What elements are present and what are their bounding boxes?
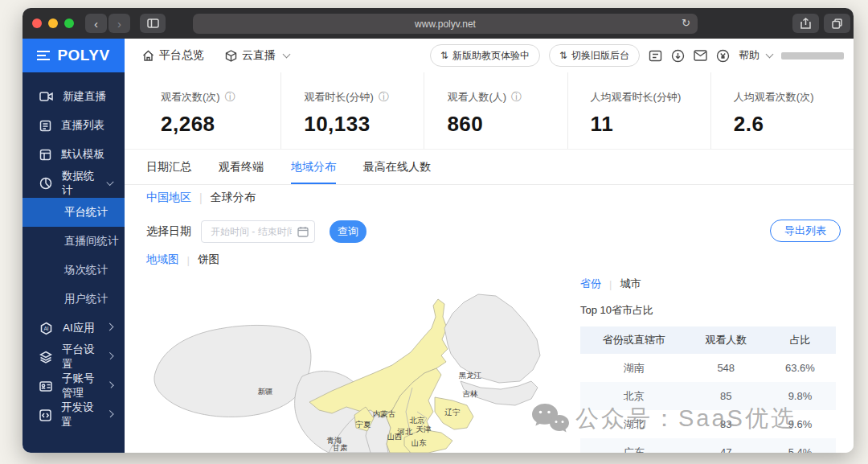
stat-label: 人均观看次数(次) [734,90,814,105]
coin-icon[interactable] [716,49,730,63]
sidebar-item-new-live[interactable]: 新建直播 [23,82,125,111]
sidebar-label: 平台设置 [62,343,98,372]
col-header-province: 省份或直辖市 [580,326,688,354]
stat-value: 11 [591,112,710,137]
template-icon [39,149,51,161]
sidebar-item-platform-stats[interactable]: 平台统计 [23,198,125,227]
toggle-city[interactable]: 城市 [620,277,641,291]
cell-percent: 9.8% [764,382,836,410]
sidebar-item-platform-settings[interactable]: 平台设置 [23,343,125,372]
help-menu[interactable]: 帮助 [739,48,772,63]
account-name-redacted[interactable] [781,52,844,60]
pie-chart-icon [39,177,52,190]
export-list-button[interactable]: 导出列表 [770,220,841,242]
sidebar-item-default-template[interactable]: 默认模板 [23,140,125,169]
chevron-down-icon [283,51,291,59]
info-icon[interactable]: ⓘ [511,90,522,105]
camera-icon [39,91,53,102]
browser-forward-button[interactable]: › [108,14,130,33]
tab-view-terminal[interactable]: 观看终端 [219,150,264,184]
cell-percent: 9.6% [764,410,836,438]
pill-label: 新版助教页体验中 [452,49,530,63]
cube-icon [225,50,237,62]
polyv-logo[interactable]: POLYV [23,39,125,72]
cell-province: 湖南 [580,354,688,382]
province-heilongjiang[interactable] [444,294,540,383]
stat-label: 人均观看时长(分钟) [591,90,682,105]
date-range-field[interactable] [209,225,293,238]
col-header-viewers: 观看人数 [688,326,764,354]
sidebar: 新建直播 直播列表 默认模板 数据统计 平台统计 直播间统计 场次统计 用户统计… [23,72,125,453]
date-range-input[interactable] [201,220,315,243]
toggle-china-region[interactable]: 中国地区 [146,191,191,205]
nav-cloud-live[interactable]: 云直播 [225,48,289,63]
browser-share-button[interactable] [792,14,819,33]
announcement-icon[interactable] [649,49,662,63]
minimize-window-button[interactable] [48,18,58,28]
reload-icon[interactable]: ↻ [682,17,690,29]
map-label: 河北 [397,427,414,436]
traffic-lights [32,18,74,28]
sidebar-item-session-stats[interactable]: 场次统计 [23,256,125,285]
sidebar-item-user-stats[interactable]: 用户统计 [23,285,125,314]
address-bar[interactable]: www.polyv.net ↻ [193,14,698,34]
table-row: 湖北 83 9.6% [580,410,836,438]
browser-sidebar-button[interactable] [140,14,166,33]
ranking-table: 省份或直辖市 观看人数 占比 湖南 548 63.6% 北京 [580,326,836,453]
sidebar-item-subaccount[interactable]: 子账号管理 [23,372,125,400]
tab-max-online[interactable]: 最高在线人数 [363,150,431,184]
info-icon[interactable]: ⓘ [225,90,235,105]
sidebar-item-live-list[interactable]: 直播列表 [23,111,125,140]
toggle-pie-view[interactable]: 饼图 [198,253,219,267]
switch-old-console-button[interactable]: ⇅ 切换旧版后台 [549,44,640,67]
table-row: 广东 47 5.4% [580,438,836,453]
main-content: 观看次数(次)ⓘ 2,268 观看时长(分钟)ⓘ 10,133 观看人数(人)ⓘ… [125,72,854,453]
table-row: 湖南 548 63.6% [580,354,836,382]
forward-icon: › [117,17,121,31]
tabs-overview-icon [832,18,842,29]
ranking-title: Top 10省市占比 [580,303,836,318]
download-icon[interactable] [671,49,685,63]
browser-tabs-button[interactable] [824,14,850,33]
map-label: 天津 [416,425,432,433]
stat-label: 观看人数(人) [447,90,506,105]
chevron-right-icon [106,352,113,359]
table-row: 北京 85 9.8% [580,382,836,410]
nav-label: 平台总览 [159,48,204,63]
toggle-map-view[interactable]: 地域图 [146,253,179,267]
cell-province: 湖北 [580,410,688,438]
ranking-panel: 省份 | 城市 Top 10省市占比 省份或直辖市 观看人数 占比 [580,277,836,453]
sidebar-item-room-stats[interactable]: 直播间统计 [23,227,125,256]
cell-percent: 63.6% [764,354,836,382]
toggle-global[interactable]: 全球分布 [211,191,256,205]
close-window-button[interactable] [32,18,42,28]
zoom-window-button[interactable] [64,18,74,28]
svg-text:AI: AI [43,326,48,331]
province-city-toggle: 省份 | 城市 [580,277,836,291]
swap-icon: ⇅ [559,50,567,61]
mail-icon[interactable] [694,50,707,61]
sidebar-item-data-stats[interactable]: 数据统计 [23,169,125,198]
sidebar-label: 直播列表 [61,118,104,133]
info-icon[interactable]: ⓘ [379,90,389,105]
stat-viewers: 观看人数(人)ⓘ 860 [424,72,567,149]
divider: | [609,278,612,290]
nav-platform-overview[interactable]: 平台总览 [142,48,204,63]
toggle-province[interactable]: 省份 [580,277,601,291]
sidebar-item-dev-settings[interactable]: 开发设置 [23,400,125,429]
sidebar-item-ai-apps[interactable]: AI AI应用 [23,314,125,343]
stat-label: 观看次数(次) [161,90,220,105]
new-assistant-page-button[interactable]: ⇅ 新版助教页体验中 [430,44,540,67]
tab-date-summary[interactable]: 日期汇总 [146,150,191,184]
pill-label: 切换旧版后台 [571,49,629,63]
province-xinjiang[interactable] [154,325,311,417]
stat-label: 观看时长(分钟) [304,90,374,105]
browser-back-button[interactable]: ‹ [85,14,107,33]
query-button[interactable]: 查询 [330,220,366,243]
cell-viewers: 47 [688,438,764,453]
col-header-percent: 占比 [764,326,836,354]
cell-viewers: 548 [688,354,764,382]
app-header: POLYV 平台总览 云直播 ⇅ 新版助教页体验中 ⇅ 切换旧版后台 [23,39,854,73]
code-icon [39,409,51,421]
tab-region-distribution[interactable]: 地域分布 [291,150,336,184]
